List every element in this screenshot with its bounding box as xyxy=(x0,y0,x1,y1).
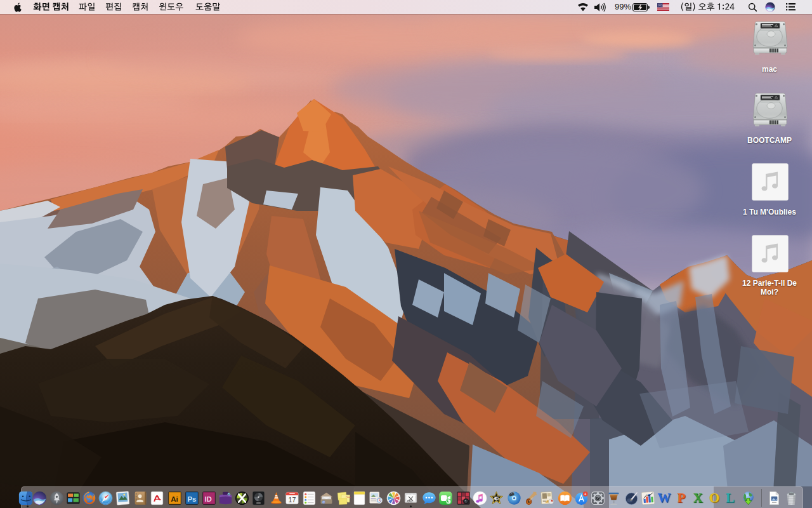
svg-text:Ai: Ai xyxy=(171,495,178,503)
svg-text:@: @ xyxy=(322,500,325,504)
svg-text:17: 17 xyxy=(288,496,296,504)
svg-text:Ps: Ps xyxy=(187,495,196,503)
svg-text:Plans: Plans xyxy=(346,496,351,498)
svg-text:ID: ID xyxy=(204,495,212,503)
svg-text:4: 4 xyxy=(584,492,586,496)
